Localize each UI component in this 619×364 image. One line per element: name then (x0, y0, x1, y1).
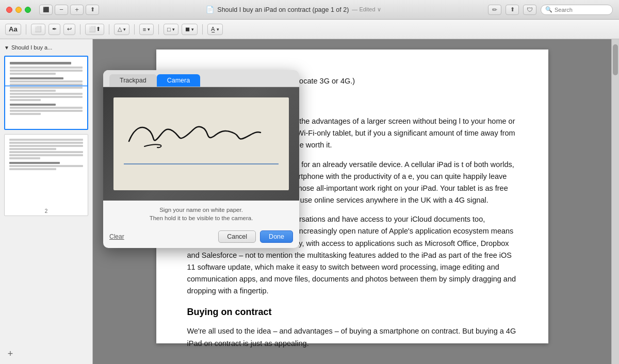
camera-tab[interactable]: Camera (157, 74, 200, 87)
signature-dialog: Trackpad Camera (103, 70, 299, 248)
document-icon: 📄 (206, 6, 214, 13)
maximize-button[interactable] (25, 7, 31, 13)
page-2-number: 2 (5, 207, 88, 216)
paper-in-camera (113, 97, 289, 190)
shape-icon: △ (118, 26, 122, 32)
fill-icon: ◼ (185, 26, 190, 32)
pen-button[interactable]: ✒ (48, 24, 60, 35)
title-bar: ⬛ − + ⬆ 📄 Should I buy an iPad on contra… (0, 0, 619, 20)
camera-background (103, 87, 299, 201)
toolbar-separator-4 (134, 24, 135, 35)
insert-button[interactable]: ⬜ (31, 24, 45, 35)
scrollbar-thumb[interactable] (613, 44, 618, 75)
title-bar-right: ✏ ⬆ 🛡 🔍 (488, 5, 613, 15)
dialog-actions: Clear Cancel Done (103, 227, 299, 248)
text-color-button[interactable]: A̲ ▾ (207, 24, 223, 35)
text-color-chevron-icon: ▾ (217, 27, 219, 32)
fill-chevron-icon: ▾ (191, 27, 194, 32)
chevron-down-icon: ▾ (123, 27, 126, 32)
title-bar-center: 📄 Should I buy an iPad on contract (page… (103, 6, 484, 13)
done-button[interactable]: Done (260, 230, 293, 243)
main-area: ▼ Should I buy a... (0, 39, 619, 364)
pen-icon: ✒ (52, 26, 57, 32)
lines-button[interactable]: ≡ ▾ (139, 24, 154, 35)
signature-drawing (124, 113, 268, 154)
page-2-preview (5, 135, 88, 207)
toolbar-separator-2 (80, 24, 80, 35)
toolbar: Aa ⬜ ✒ ↩ ⬜⬆ △ ▾ ≡ ▾ □ ▾ ◼ ▾ A̲ ▾ (0, 20, 619, 39)
toolbar-separator-3 (109, 24, 109, 35)
sidebar-header: ▼ Should I buy a... (4, 43, 88, 52)
add-page-button[interactable]: + (4, 348, 17, 360)
lines-chevron-icon: ▾ (148, 27, 150, 32)
scrollbar[interactable] (611, 39, 619, 364)
document-title: Should I buy an iPad on contract (page 1… (217, 6, 349, 13)
dialog-overlay: Trackpad Camera (93, 39, 611, 364)
stamp-button[interactable]: ⬜⬆ (85, 24, 104, 35)
sidebar: ▼ Should I buy a... (0, 39, 93, 364)
annotate-button[interactable]: ✏ (488, 5, 501, 15)
minimize-button[interactable] (15, 7, 22, 13)
camera-preview (103, 87, 299, 201)
text-color-icon: A̲ (211, 26, 215, 32)
lines-icon: ≡ (143, 26, 146, 32)
share-button[interactable]: ⬆ (86, 5, 99, 15)
close-button[interactable] (6, 7, 12, 13)
search-icon: 🔍 (545, 6, 552, 13)
toolbar-separator-6 (202, 24, 203, 35)
toolbar-separator-5 (158, 24, 159, 35)
dialog-tabs: Trackpad Camera (103, 70, 299, 87)
font-button[interactable]: Aa (5, 24, 21, 35)
sidebar-doc-title: Should I buy a... (11, 44, 53, 51)
sidebar-toggle-button[interactable]: ⬛ (39, 5, 53, 15)
page-1-preview (5, 57, 87, 129)
share-sheet-button[interactable]: ⬆ (506, 5, 519, 15)
zoom-in-button[interactable]: + (70, 5, 84, 15)
shape-button[interactable]: △ ▾ (114, 24, 129, 35)
zoom-out-button[interactable]: − (55, 5, 68, 15)
sidebar-chevron-icon: ▼ (4, 45, 9, 51)
stamp-icon: ⬜⬆ (89, 26, 101, 32)
document-content: tion your iPad will use if it cannot loc… (93, 39, 611, 364)
dialog-action-buttons: Cancel Done (218, 230, 293, 243)
cancel-button[interactable]: Cancel (218, 230, 256, 243)
border-button[interactable]: □ ▾ (164, 24, 178, 35)
page-1-thumbnail[interactable] (4, 56, 88, 130)
search-input[interactable] (555, 7, 608, 13)
border-icon: □ (167, 26, 171, 32)
search-box[interactable]: 🔍 (541, 5, 613, 15)
fill-button[interactable]: ◼ ▾ (182, 24, 198, 35)
edited-indicator: — Edited ∨ (352, 6, 381, 13)
markup-button[interactable]: 🛡 (523, 5, 536, 15)
clear-button[interactable]: Clear (109, 233, 124, 240)
dialog-instruction: Sign your name on white paper. Then hold… (103, 201, 299, 227)
border-chevron-icon: ▾ (172, 27, 175, 32)
signature-line (124, 163, 279, 164)
annotate-tool-button[interactable]: ↩ (63, 24, 75, 35)
insert-icon: ⬜ (35, 26, 42, 32)
page-2-thumbnail[interactable]: 2 (4, 134, 88, 216)
toolbar-separator-1 (26, 24, 26, 35)
traffic-lights (6, 7, 31, 13)
annotate-icon: ↩ (67, 26, 72, 32)
trackpad-tab[interactable]: Trackpad (109, 74, 157, 87)
